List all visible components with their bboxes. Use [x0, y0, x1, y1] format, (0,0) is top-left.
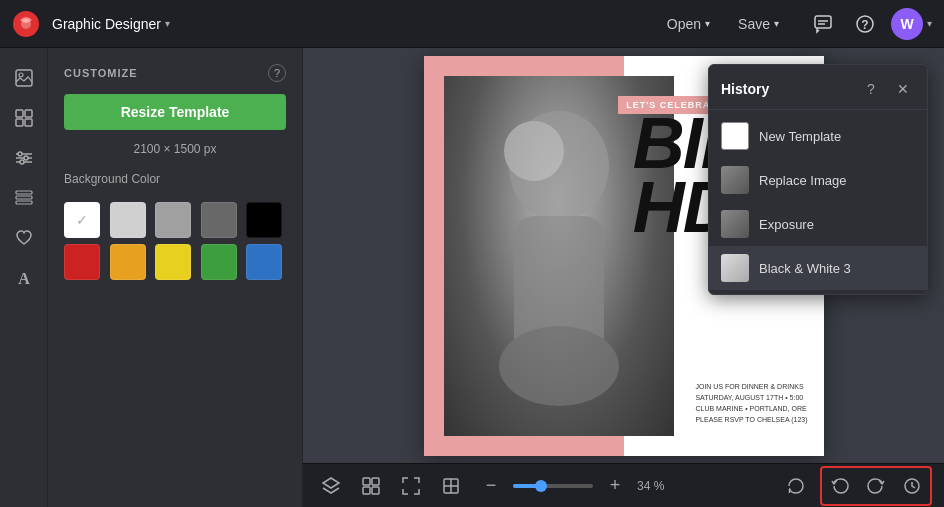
open-label: Open	[667, 16, 701, 32]
history-thumb-exposure	[721, 210, 749, 238]
help-icon-button[interactable]: ?	[849, 8, 881, 40]
customize-panel: CUSTOMIZE ? Resize Template 2100 × 1500 …	[48, 48, 303, 507]
history-action-group	[820, 466, 932, 506]
app-name-chevron: ▾	[165, 18, 170, 29]
sidebar-item-adjust[interactable]	[6, 140, 42, 176]
zoom-in-button[interactable]: +	[599, 470, 631, 502]
chat-icon-button[interactable]	[807, 8, 839, 40]
color-swatch-black[interactable]	[246, 202, 282, 238]
dimension-label: 2100 × 1500 px	[64, 142, 286, 156]
svg-rect-21	[16, 201, 32, 204]
background-color-label: Background Color	[64, 172, 286, 186]
color-swatch-white[interactable]	[64, 202, 100, 238]
history-close-button[interactable]: ✕	[891, 77, 915, 101]
history-item-label-new-template: New Template	[759, 129, 841, 144]
svg-point-17	[24, 156, 28, 160]
zoom-slider-thumb	[535, 480, 547, 492]
history-list: New Template Replace Image Exposure Blac…	[709, 110, 927, 294]
user-avatar: W	[891, 8, 923, 40]
undo-button[interactable]	[824, 470, 856, 502]
open-chevron: ▾	[705, 18, 710, 29]
color-swatch-blue[interactable]	[246, 244, 282, 280]
canvas-area: LET'S CELEBRATE ANGIE'S 30TH BIRT HDAY J…	[303, 48, 944, 507]
svg-rect-28	[372, 478, 379, 485]
resize-template-button[interactable]: Resize Template	[64, 94, 286, 130]
history-item-label-replace-image: Replace Image	[759, 173, 846, 188]
app-name-button[interactable]: Graphic Designer ▾	[52, 16, 170, 32]
topbar: Graphic Designer ▾ Open ▾ Save ▾ ?	[0, 0, 944, 48]
sidebar-item-image[interactable]	[6, 60, 42, 96]
sidebar-item-favorites[interactable]	[6, 220, 42, 256]
color-swatch-orange[interactable]	[110, 244, 146, 280]
zoom-slider[interactable]	[513, 484, 593, 488]
svg-point-26	[499, 326, 619, 406]
history-item-exposure[interactable]: Exposure	[709, 202, 927, 246]
user-avatar-button[interactable]: W ▾	[891, 8, 932, 40]
redo-button[interactable]	[860, 470, 892, 502]
svg-rect-27	[363, 478, 370, 485]
sidebar-header: CUSTOMIZE ?	[64, 64, 286, 82]
color-swatch-mid-gray[interactable]	[155, 202, 191, 238]
canvas-viewport[interactable]: LET'S CELEBRATE ANGIE'S 30TH BIRT HDAY J…	[303, 48, 944, 463]
loop-button[interactable]	[780, 470, 812, 502]
history-thumb-bw3	[721, 254, 749, 282]
svg-point-1	[21, 19, 31, 29]
layers-button[interactable]	[315, 470, 347, 502]
app-logo	[12, 10, 40, 38]
history-help-button[interactable]: ?	[859, 77, 883, 101]
sidebar-title: CUSTOMIZE	[64, 67, 138, 79]
color-swatch-dark-gray[interactable]	[201, 202, 237, 238]
history-item-bw3[interactable]: Black & White 3	[709, 246, 927, 290]
zoom-out-button[interactable]: −	[475, 470, 507, 502]
svg-rect-19	[16, 191, 32, 194]
zoom-slider-fill	[513, 484, 537, 488]
zoom-percentage: 34 %	[637, 479, 673, 493]
design-info-line3: CLUB MARINE • PORTLAND, ORE	[695, 403, 807, 414]
grid-view-button[interactable]	[355, 470, 387, 502]
app-name-label: Graphic Designer	[52, 16, 161, 32]
color-swatch-green[interactable]	[201, 244, 237, 280]
sidebar-help-button[interactable]: ?	[268, 64, 286, 82]
svg-rect-9	[16, 110, 23, 117]
expand-button[interactable]	[435, 470, 467, 502]
sidebar-item-layers[interactable]	[6, 180, 42, 216]
fullscreen-button[interactable]	[395, 470, 427, 502]
svg-point-18	[20, 160, 24, 164]
svg-text:?: ?	[861, 18, 868, 32]
sidebar-item-grid[interactable]	[6, 100, 42, 136]
svg-rect-7	[16, 70, 32, 86]
avatar-chevron: ▾	[927, 18, 932, 29]
color-swatch-red[interactable]	[64, 244, 100, 280]
design-info-line1: JOIN US FOR DINNER & DRINKS	[695, 381, 807, 392]
topbar-menu: Open ▾ Save ▾	[655, 10, 791, 38]
design-info-line2: SATURDAY, AUGUST 17TH • 5:00	[695, 392, 807, 403]
history-item-new-template[interactable]: New Template	[709, 114, 927, 158]
save-chevron: ▾	[774, 18, 779, 29]
topbar-icons: ? W ▾	[807, 8, 932, 40]
history-panel-title: History	[721, 81, 851, 97]
history-item-label-exposure: Exposure	[759, 217, 814, 232]
sidebar-item-text[interactable]: A	[6, 260, 42, 296]
history-item-replace-image[interactable]: Replace Image	[709, 158, 927, 202]
open-menu-button[interactable]: Open ▾	[655, 10, 722, 38]
history-item-label-bw3: Black & White 3	[759, 261, 851, 276]
svg-rect-10	[25, 110, 32, 117]
svg-rect-12	[25, 119, 32, 126]
svg-rect-2	[815, 16, 831, 28]
history-thumb-new-template	[721, 122, 749, 150]
svg-rect-20	[16, 196, 32, 199]
main-layout: A CUSTOMIZE ? Resize Template 2100 × 150…	[0, 48, 944, 507]
icon-bar: A	[0, 48, 48, 507]
color-grid	[64, 202, 286, 280]
svg-text:A: A	[18, 270, 30, 287]
design-info-line4: PLEASE RSVP TO CHELSEA (123)	[695, 414, 807, 425]
svg-rect-11	[16, 119, 23, 126]
svg-point-24	[504, 121, 564, 181]
svg-rect-29	[363, 487, 370, 494]
history-thumb-replace-image	[721, 166, 749, 194]
color-swatch-light-gray[interactable]	[110, 202, 146, 238]
save-menu-button[interactable]: Save ▾	[726, 10, 791, 38]
color-swatch-yellow[interactable]	[155, 244, 191, 280]
history-clock-button[interactable]	[896, 470, 928, 502]
svg-rect-30	[372, 487, 379, 494]
